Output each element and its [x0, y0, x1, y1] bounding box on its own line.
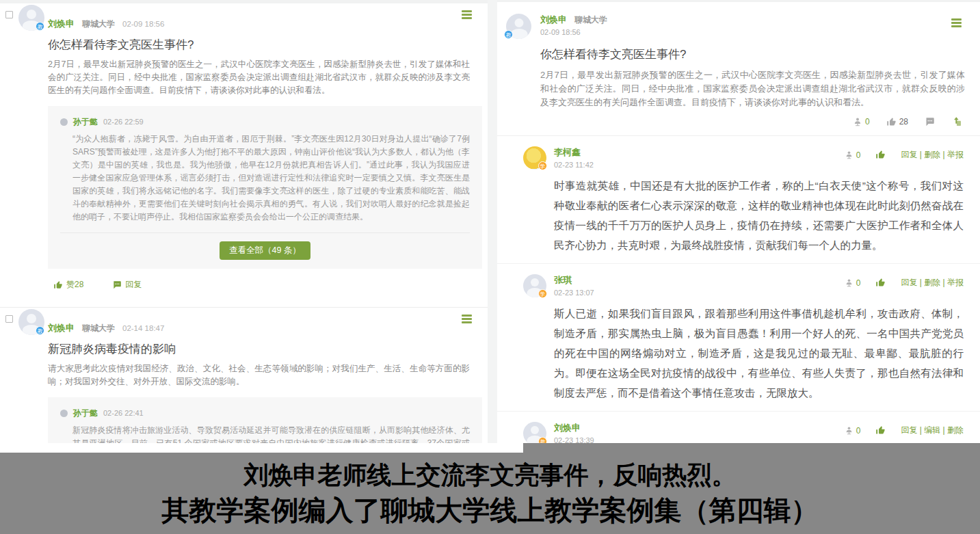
author-school: 聊城大学: [82, 323, 115, 334]
person-icon: [845, 150, 853, 159]
comment-time: 02-26 22:41: [103, 409, 144, 417]
reply-toolbar: 0 回复 | 删除 | 举报: [845, 277, 964, 289]
reply-toolbar: 0 回复 | 删除 | 举报: [845, 149, 964, 161]
reply-followers[interactable]: 0: [845, 150, 861, 160]
post-title[interactable]: 新冠肺炎病毒疫情的影响: [48, 341, 468, 357]
commenter-avatar: [60, 410, 68, 417]
post-title: 你怎样看待李文亮医生事件?: [540, 46, 961, 62]
panel-divider: [488, 0, 497, 453]
comments-stat[interactable]: [925, 117, 935, 127]
comment-preview-box: 孙于懿 02-26 22:59 “为众人抱薪者，冻毙于风雪。为自由开道者，困厄于…: [48, 106, 482, 269]
post-time: 02-09 18:56: [122, 20, 164, 28]
teacher-badge: 教: [36, 326, 44, 335]
post-time: 02-14 18:47: [122, 324, 164, 332]
reply-followers-count: 0: [856, 150, 861, 160]
like-label: 赞28: [66, 279, 83, 291]
reply-followers[interactable]: 0: [845, 426, 861, 436]
thumbs-up-icon: [886, 117, 897, 127]
like-button[interactable]: 赞28: [53, 279, 83, 291]
student-badge: 学: [538, 161, 547, 170]
post-time: 02-09 18:56: [540, 28, 980, 36]
thumbs-up-icon: [53, 280, 63, 290]
view-all-row: 查看全部（49 条）: [60, 232, 470, 260]
followers-stat[interactable]: 0: [853, 117, 870, 126]
screenshot-stage: 教 刘焕申 聊城大学 02-09 18:56 你怎样看待李文亮医生事件? 2月7…: [0, 0, 980, 534]
reply-followers-count: 0: [856, 278, 861, 288]
author-name[interactable]: 刘焕申: [48, 18, 75, 30]
menu-icon[interactable]: [462, 10, 472, 21]
reply-time: 02-23 13:07: [554, 289, 964, 297]
post-item: 教 刘焕申 聊城大学 02-14 18:47 新冠肺炎病毒疫情的影响 请大家思考…: [0, 307, 488, 453]
comment-meta: 孙于懿 02-26 22:59: [60, 116, 470, 128]
post-checkbox[interactable]: [5, 11, 13, 18]
post-detail-panel: 教 刘焕申 聊城大学 02-09 18:56 你怎样看待李文亮医生事件? 2月7…: [497, 2, 980, 443]
teacher-badge: 教: [36, 22, 44, 31]
replies-list: 学 李柯鑫 02-23 11:42 0 回复 | 删除 | 举报 时事造就英雄，…: [497, 135, 980, 443]
reply-time: 02-23 11:42: [554, 161, 964, 169]
author-school: 聊城大学: [82, 18, 115, 30]
reply-time: 02-23 13:39: [554, 436, 964, 443]
thumbs-up-icon[interactable]: [875, 278, 886, 288]
reply-item: 学 张琪 02-23 13:07 0 回复 | 删除 | 举报 斯人已逝，如果我…: [497, 263, 980, 411]
likes-stat[interactable]: 28: [886, 117, 908, 127]
comment-time: 02-26 22:59: [103, 118, 144, 126]
likes-count: 28: [899, 117, 908, 126]
post-title[interactable]: 你怎样看待李文亮医生事件?: [48, 37, 468, 53]
person-icon: [845, 278, 853, 287]
teacher-badge: 教: [504, 30, 513, 39]
menu-icon[interactable]: [462, 315, 472, 325]
reply-label: 回复: [125, 279, 142, 291]
author-name[interactable]: 刘焕申: [48, 322, 75, 334]
reply-action-links[interactable]: 回复 | 编辑 | 删除: [901, 425, 964, 436]
comment-bubble-icon: [112, 280, 122, 290]
commenter-name[interactable]: 孙于懿: [73, 116, 98, 128]
student-badge: 学: [538, 289, 547, 298]
post-detail: 教 刘焕申 聊城大学 02-09 18:56 你怎样看待李文亮医生事件? 2月7…: [497, 2, 980, 443]
menu-icon[interactable]: [951, 18, 962, 29]
thumbs-up-icon[interactable]: [875, 150, 886, 160]
reply-toolbar: 0 回复 | 编辑 | 删除: [845, 425, 964, 436]
share-up-icon: [951, 116, 962, 127]
caption-line-1: 刘焕申老师线上交流李文亮事件，反响热烈。: [0, 459, 980, 490]
comment-text: “为众人抱薪者，冻毙于风雪。为自由开道者，困厄于荆棘。”李文亮医生因12月30日…: [72, 133, 470, 224]
author-name[interactable]: 刘焕申: [540, 14, 567, 26]
post-body: 2月7日，最早发出新冠肺炎预警的医生之一，武汉中心医院李文亮医生，因感染新型肺炎…: [540, 68, 965, 109]
commenter-avatar: [60, 118, 68, 126]
reply-action-links[interactable]: 回复 | 删除 | 举报: [901, 149, 964, 161]
caption-band: 刘焕申老师线上交流李文亮事件，反响热烈。 其教学案例编入了聊城大学线上教学案例集…: [0, 443, 980, 534]
reply-text: 斯人已逝，如果我们盲目跟风，跟着那些利用这件事借机趁机牟利，攻击政府、体制，制造…: [554, 304, 964, 403]
view-all-button[interactable]: 查看全部（49 条）: [220, 241, 310, 260]
reply-followers[interactable]: 0: [845, 278, 861, 288]
comment-meta: 孙于懿 02-26 22:41: [60, 408, 470, 419]
post-item: 教 刘焕申 聊城大学 02-09 18:56 你怎样看待李文亮医生事件? 2月7…: [0, 3, 488, 292]
share-stat[interactable]: [951, 116, 962, 127]
post-actions: 赞28 回复: [53, 279, 488, 292]
teacher-badge: 教: [538, 437, 547, 443]
reply-action-links[interactable]: 回复 | 删除 | 举报: [901, 277, 964, 289]
forum-posts-list-panel: 教 刘焕申 聊城大学 02-09 18:56 你怎样看待李文亮医生事件? 2月7…: [0, 3, 488, 453]
post-stats-row: 0 28: [497, 116, 962, 127]
reply-button[interactable]: 回复: [112, 279, 142, 291]
caption-line-2: 其教学案例编入了聊城大学线上教学案例集（第四辑）: [0, 494, 980, 526]
post-body: 请大家思考此次疫情对我国经济、政治、文化、社会、生态等领域的影响；对我们生产、生…: [48, 362, 470, 388]
followers-count: 0: [865, 117, 870, 126]
post-meta: 刘焕申 聊城大学 02-09 18:56: [48, 18, 488, 30]
person-icon: [853, 117, 862, 126]
caption-step: [0, 443, 523, 453]
reply-followers-count: 0: [856, 426, 861, 436]
reply-text: 时事造就英雄，中国还是有大批的医护工作者，称的上“白衣天使”这个称号，我们对这种…: [554, 176, 964, 255]
post-meta: 刘焕申 聊城大学 02-09 18:56: [540, 14, 980, 36]
comment-bubble-icon: [925, 117, 935, 127]
reply-item: 教 刘焕申 02-23 13:39 0 回复 | 编辑 | 删除 说的好@李柯鑫…: [497, 411, 980, 443]
commenter-name[interactable]: 孙于懿: [73, 408, 98, 419]
thumbs-up-icon[interactable]: [875, 425, 886, 436]
post-meta: 刘焕申 聊城大学 02-14 18:47: [48, 322, 488, 334]
person-icon: [845, 426, 853, 435]
post-body: 2月7日，最早发出新冠肺炎预警的医生之一，武汉中心医院李文亮医生，因感染新型肺炎…: [48, 58, 470, 97]
reply-item: 学 李柯鑫 02-23 11:42 0 回复 | 删除 | 举报 时事造就英雄，…: [497, 136, 980, 263]
post-checkbox[interactable]: [5, 315, 13, 323]
author-school: 聊城大学: [574, 14, 607, 26]
